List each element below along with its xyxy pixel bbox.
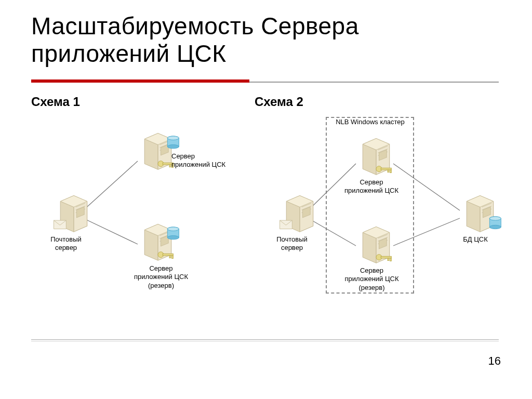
mail-server-icon-2 bbox=[277, 190, 313, 230]
mail-server-label: Почтовыйсервер bbox=[32, 235, 100, 252]
title-divider bbox=[31, 79, 499, 83]
scheme1-diagram: Почтовыйсервер С bbox=[26, 112, 244, 294]
svg-point-38 bbox=[167, 227, 179, 231]
svg-point-91 bbox=[489, 217, 501, 220]
page-number: 16 bbox=[488, 354, 501, 368]
db-server-label: БД ЦСК bbox=[442, 235, 509, 244]
app-server-1-icon bbox=[135, 127, 171, 168]
svg-rect-65 bbox=[381, 168, 391, 170]
app-server-1-label: Серверприложений ЦСК bbox=[171, 152, 244, 169]
slide-title: Масштабируемость Сервера приложений ЦСК bbox=[31, 12, 359, 68]
svg-rect-42 bbox=[172, 256, 174, 259]
svg-point-22 bbox=[167, 136, 179, 140]
svg-rect-41 bbox=[169, 256, 171, 258]
mail-server-label-2: Почтовыйсервер bbox=[258, 235, 326, 252]
svg-rect-66 bbox=[388, 170, 389, 172]
scheme2-diagram: NLB Windows кластер Почтовый bbox=[252, 112, 522, 299]
svg-rect-77 bbox=[381, 256, 391, 258]
app-server-2-icon bbox=[135, 218, 171, 259]
db-server-icon bbox=[457, 190, 494, 230]
svg-rect-79 bbox=[390, 258, 392, 261]
scheme2-heading: Схема 2 bbox=[255, 95, 303, 109]
app-server-2-label: Серверприложений ЦСК(резерв) bbox=[122, 264, 200, 290]
scheme1-heading: Схема 1 bbox=[31, 95, 80, 109]
svg-point-37 bbox=[167, 236, 179, 240]
svg-point-21 bbox=[167, 145, 179, 149]
mail-server-icon bbox=[51, 190, 87, 230]
title-line-2: приложений ЦСК bbox=[31, 40, 227, 67]
app-server-1-label-2: Серверприложений ЦСК bbox=[340, 178, 403, 195]
svg-rect-40 bbox=[163, 254, 173, 256]
svg-point-90 bbox=[489, 225, 501, 229]
app-server-1-icon-2 bbox=[353, 132, 390, 173]
svg-rect-78 bbox=[388, 258, 389, 261]
svg-rect-25 bbox=[169, 165, 171, 167]
app-server-2-label-2: Серверприложений ЦСК(резерв) bbox=[339, 267, 404, 292]
footer-divider bbox=[31, 339, 499, 342]
app-server-2-icon-2 bbox=[353, 221, 390, 261]
svg-rect-67 bbox=[390, 170, 392, 173]
title-line-1: Масштабируемость Сервера bbox=[31, 12, 359, 39]
